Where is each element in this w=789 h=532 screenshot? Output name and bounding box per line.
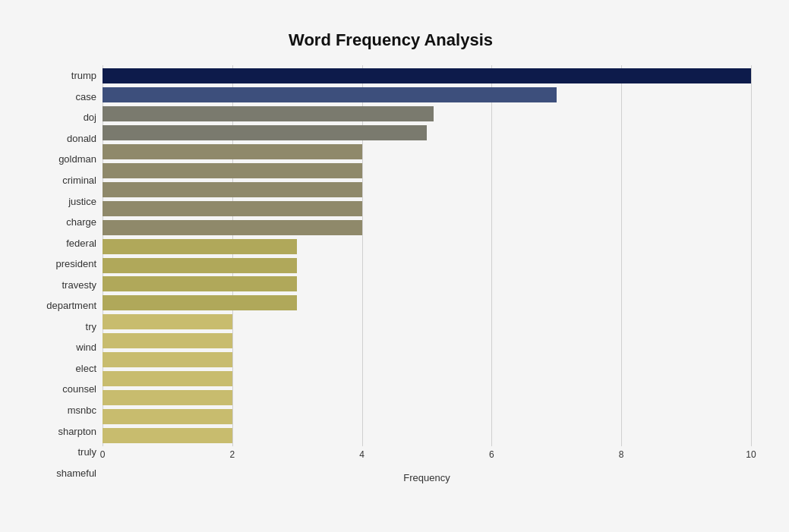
bar-row [103,199,751,218]
bar [103,68,751,83]
y-label: case [30,87,96,108]
y-label: shameful [30,462,96,483]
bar-row [103,67,751,86]
bar [103,220,362,235]
y-label: charge [30,212,96,233]
x-tick-label: 4 [359,449,365,460]
x-tick-label: 0 [100,449,106,460]
bar [103,87,557,102]
x-tick-label: 8 [619,449,624,460]
bar [103,352,232,367]
bar [103,276,297,291]
bar [103,295,297,310]
bar-row [103,237,751,256]
y-label: president [30,253,96,275]
x-tick-label: 2 [229,449,235,460]
y-label: counsel [30,379,96,400]
bar-row [103,124,751,143]
bar-row [103,388,751,407]
y-label: msnbc [30,400,96,421]
y-label: doj [30,107,96,128]
bar-row [103,426,751,445]
bar-row [103,86,751,105]
bar [103,409,232,424]
y-label: elect [30,358,96,379]
grid-line [751,65,752,446]
bar [103,390,232,405]
y-label: travesty [30,274,96,295]
y-label: federal [30,232,96,253]
y-label: wind [30,337,96,358]
bar [103,314,232,329]
y-label: justice [30,190,96,212]
bar-row [103,143,751,162]
y-label: donald [30,128,96,150]
y-label: goldman [30,149,96,170]
x-axis-ticks: 0246810 [103,449,751,471]
bar [103,163,362,178]
x-axis-title: Frequency [103,472,751,483]
y-label: sharpton [30,420,96,442]
bar-row [103,218,751,237]
y-label: criminal [30,170,96,191]
bar [103,428,232,443]
bar [103,239,297,254]
y-label: truly [30,442,96,463]
bar-row [103,256,751,275]
y-label: try [30,316,96,338]
bar [103,125,427,140]
bars-wrapper [103,65,751,446]
bar [103,144,362,159]
bar-row [103,162,751,181]
y-label: trump [30,65,96,87]
bar-row [103,351,751,370]
bar [103,371,232,386]
bar-row [103,407,751,426]
bar-row [103,370,751,389]
bar [103,258,297,273]
y-axis-labels: trumpcasedojdonaldgoldmancriminaljustice… [30,65,103,483]
bar-row [103,105,751,124]
bar [103,333,232,348]
chart-plot-area [103,65,751,446]
x-tick-label: 6 [489,449,494,460]
bar [103,106,434,121]
bar-row [103,180,751,199]
bar-row [103,313,751,332]
x-tick-label: 10 [746,449,756,460]
chart-container: Word Frequency Analysis trumpcasedojdona… [15,15,774,532]
chart-title: Word Frequency Analysis [30,30,751,50]
bar-row [103,275,751,294]
bar-row [103,294,751,313]
bar [103,182,362,197]
bar-row [103,332,751,351]
bar [103,201,362,216]
y-label: department [30,295,96,316]
